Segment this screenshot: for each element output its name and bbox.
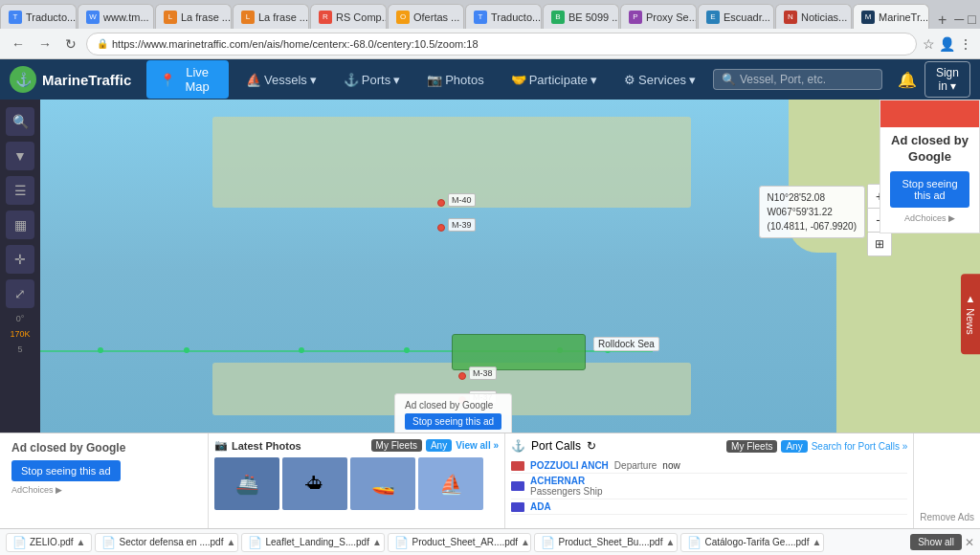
- dl-chevron-3[interactable]: ▲: [521, 537, 530, 547]
- participate-chevron: ▾: [590, 73, 597, 87]
- back-button[interactable]: ←: [8, 34, 29, 54]
- download-item-3[interactable]: 📄 Product_Sheet_AR....pdf ▲: [388, 533, 531, 552]
- photo-thumb-0[interactable]: 🚢: [214, 457, 279, 510]
- download-item-1[interactable]: 📄 Sector defensa en ....pdf ▲: [95, 533, 238, 552]
- tab-10[interactable]: NNoticias...✕: [775, 4, 852, 29]
- tab-0[interactable]: TTraducto...✕: [0, 4, 77, 29]
- services-button[interactable]: ⚙ Services ▾: [614, 68, 705, 92]
- expand-button[interactable]: ⤢: [6, 279, 34, 308]
- photos-button[interactable]: 📷 Photos: [417, 68, 493, 92]
- stop-seeing-map-button[interactable]: Stop seeing this ad: [405, 413, 501, 430]
- tab-favicon-4: R: [319, 11, 332, 24]
- photo-thumb-2[interactable]: 🚤: [350, 457, 415, 510]
- dl-chevron-1[interactable]: ▲: [226, 537, 235, 547]
- any-port-button[interactable]: Any: [781, 440, 807, 453]
- address-bar[interactable]: 🔒 https://www.marinetraffic.com/en/ais/h…: [86, 33, 917, 56]
- tab-8[interactable]: PProxy Se...✕: [620, 4, 697, 29]
- star-icon[interactable]: ☆: [923, 36, 935, 52]
- download-item-4[interactable]: 📄 Product_Sheet_Bu....pdf ▲: [534, 533, 678, 552]
- search-icon: 🔍: [722, 73, 736, 86]
- port-row-1: ACHERNAR Passengers Ship: [511, 474, 907, 500]
- news-chevron-icon: ▲: [965, 293, 976, 304]
- new-tab-button[interactable]: +: [930, 11, 954, 29]
- tab-7[interactable]: BBE 5099 ...✕: [543, 4, 619, 29]
- bottom-ad-stop-button[interactable]: Stop seeing this ad: [11, 460, 121, 481]
- tab-6[interactable]: TTraducto...✕: [465, 4, 542, 29]
- live-map-button[interactable]: 📍 Live Map: [146, 60, 229, 99]
- dl-chevron-4[interactable]: ▲: [665, 537, 675, 547]
- menu-icon[interactable]: ⋮: [959, 36, 972, 52]
- my-fleets-port-button[interactable]: My Fleets: [726, 440, 777, 453]
- search-port-calls-link[interactable]: Search for Port Calls »: [812, 441, 908, 452]
- ad-panel-right: Ad closed byGoogle Stop seeing this ad A…: [880, 100, 980, 233]
- track-dot-2: [184, 347, 189, 353]
- ship-marker[interactable]: [452, 334, 586, 370]
- photo-thumb-1[interactable]: ⛴: [282, 457, 347, 510]
- search-input[interactable]: [740, 73, 874, 86]
- tab-3[interactable]: LLa frase ...✕: [233, 4, 309, 29]
- bell-icon[interactable]: 🔔: [898, 71, 917, 89]
- tab-close-5[interactable]: ✕: [463, 11, 464, 22]
- download-item-0[interactable]: 📄 ZELIO.pdf ▲: [6, 533, 92, 552]
- vessel-dot-m38[interactable]: [458, 372, 466, 380]
- forward-button[interactable]: →: [34, 34, 56, 54]
- vessel-label-m40[interactable]: M-40: [448, 193, 476, 207]
- participate-button[interactable]: 🤝 Participate ▾: [501, 68, 607, 92]
- tab-favicon-11: M: [861, 11, 875, 24]
- my-fleets-photos-button[interactable]: My Fleets: [371, 439, 422, 452]
- layers-button[interactable]: ☰: [6, 176, 34, 205]
- grid-button[interactable]: ▦: [6, 211, 34, 239]
- show-all-button[interactable]: Show all: [910, 534, 962, 550]
- dl-chevron-5[interactable]: ▲: [812, 537, 821, 547]
- ports-button[interactable]: ⚓ Ports ▾: [334, 68, 410, 92]
- dl-chevron-2[interactable]: ▲: [372, 537, 382, 547]
- camera-icon: 📷: [427, 73, 442, 87]
- news-tab[interactable]: ▲ News: [961, 274, 980, 354]
- any-photos-button[interactable]: Any: [426, 439, 452, 452]
- user-icon[interactable]: 👤: [939, 36, 955, 52]
- reload-button[interactable]: ↻: [61, 34, 80, 54]
- tab-close-1[interactable]: ✕: [153, 11, 154, 22]
- maximize-button[interactable]: □: [968, 11, 975, 27]
- tab-1[interactable]: Wwww.tm...✕: [78, 4, 154, 29]
- tab-9[interactable]: EEscuadr...✕: [698, 4, 774, 29]
- tab-favicon-3: L: [241, 11, 255, 24]
- tab-favicon-0: T: [9, 11, 22, 24]
- refresh-icon[interactable]: ↻: [587, 439, 596, 453]
- download-bar-close[interactable]: ✕: [965, 536, 974, 549]
- vessel-dot-m39[interactable]: [437, 224, 445, 232]
- services-chevron: ▾: [689, 73, 696, 87]
- filter-button[interactable]: ▼: [6, 142, 34, 170]
- minimize-button[interactable]: ─: [954, 11, 964, 27]
- search-sidebar-button[interactable]: 🔍: [6, 107, 34, 136]
- map-layer-button[interactable]: ⊞: [868, 233, 891, 255]
- tab-5[interactable]: OOfertas ...✕: [388, 4, 464, 29]
- sign-in-button[interactable]: Sign in ▾: [924, 61, 970, 98]
- stop-seeing-ad-button[interactable]: Stop seeing this ad: [890, 171, 969, 208]
- port-name-1[interactable]: ACHERNAR Passengers Ship: [530, 476, 603, 497]
- bottom-ad-title: Ad closed by Google: [11, 441, 125, 455]
- tab-4[interactable]: RRS Comp...✕: [310, 4, 387, 29]
- vessel-label-m39[interactable]: M-39: [448, 218, 476, 232]
- remove-ads-link[interactable]: Remove Ads: [920, 512, 974, 522]
- view-all-photos-link[interactable]: View all »: [456, 440, 499, 451]
- vessel-dot-m40[interactable]: [437, 199, 445, 207]
- tab-close-10[interactable]: ✕: [851, 11, 852, 22]
- photo-thumb-3[interactable]: ⛵: [418, 457, 483, 510]
- pdf-icon-0: 📄: [12, 536, 27, 549]
- vessels-button[interactable]: ⛵ Vessels ▾: [236, 68, 326, 92]
- dl-chevron-0[interactable]: ▲: [77, 537, 86, 547]
- tab-2[interactable]: LLa frase ...✕: [155, 4, 232, 29]
- download-item-5[interactable]: 📄 Catálogo-Tarifa Ge....pdf ▲: [680, 533, 824, 552]
- nav-search[interactable]: 🔍: [713, 69, 882, 90]
- participate-icon: 🤝: [511, 73, 526, 87]
- port-name-0[interactable]: POZZUOLI ANCH: [530, 460, 609, 471]
- crosshair-button[interactable]: ✛: [6, 245, 34, 274]
- photos-header-right: My Fleets Any View all »: [371, 439, 499, 452]
- ship-label[interactable]: Rolldock Sea: [593, 337, 659, 351]
- download-item-2[interactable]: 📄 Leaflet_Landing_S....pdf ▲: [241, 533, 385, 552]
- brand-name: MarineTraffic: [42, 72, 131, 88]
- port-name-2[interactable]: ADA: [530, 501, 551, 512]
- tab-11[interactable]: MMarineTr...✕: [853, 4, 929, 29]
- vessel-label-m38[interactable]: M-38: [469, 366, 497, 380]
